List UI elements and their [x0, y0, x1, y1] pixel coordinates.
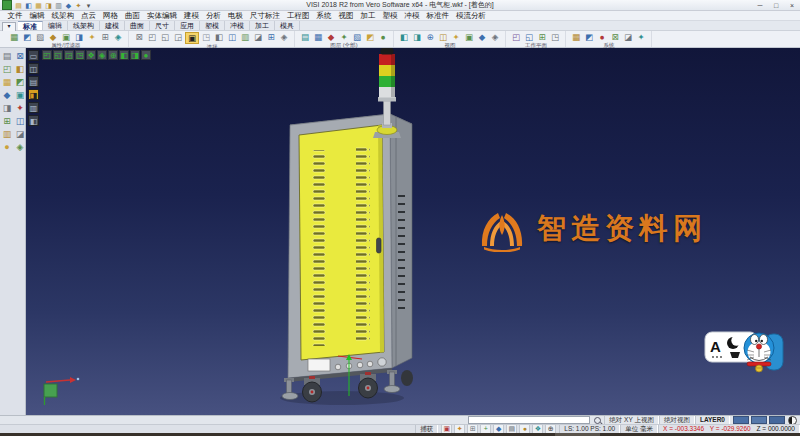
toolbar-icon[interactable]: ⊕ — [424, 32, 436, 42]
ribbon-tab[interactable]: 模具 — [275, 21, 300, 30]
status-command-input[interactable] — [468, 416, 590, 424]
toolbar-icon[interactable]: ▣ — [463, 32, 475, 42]
toolbar-icon[interactable]: ▧ — [351, 32, 363, 42]
toolbar-icon[interactable]: ◲ — [172, 32, 184, 42]
view-orientation-icon[interactable]: ◲ — [64, 50, 74, 60]
toolbar-icon[interactable]: ⊠ — [609, 32, 621, 42]
close-button[interactable]: × — [784, 0, 800, 11]
toolbar-icon[interactable]: ◧ — [398, 32, 410, 42]
mini-toolbar-icon[interactable]: ◨ — [28, 89, 39, 100]
minimize-button[interactable]: ─ — [752, 0, 768, 11]
view-orientation-icon[interactable]: ◰ — [42, 50, 52, 60]
active-layer-label[interactable]: LAYER0 — [695, 416, 730, 424]
dock-tool-icon[interactable]: ◩ — [14, 76, 26, 88]
dock-tool-icon[interactable]: ▣ — [14, 89, 26, 101]
search-icon[interactable] — [594, 417, 601, 424]
toolbar-icon[interactable]: ▦ — [312, 32, 324, 42]
toolbar-icon[interactable]: ◰ — [510, 32, 522, 42]
view-orientation-icon[interactable]: ◳ — [75, 50, 85, 60]
dock-tool-icon[interactable]: ▤ — [1, 50, 13, 62]
dock-tool-icon[interactable]: ● — [1, 141, 13, 153]
view-orientation-icon[interactable]: ◱ — [53, 50, 63, 60]
menu-item[interactable]: 视图 — [335, 11, 357, 21]
ribbon-tab[interactable]: 曲面 — [125, 21, 150, 30]
toolbar-icon[interactable]: ◳ — [549, 32, 561, 42]
toolbar-icon[interactable]: ⊞ — [536, 32, 548, 42]
dock-tool-icon[interactable]: ◪ — [14, 128, 26, 140]
toolbar-icon[interactable]: ● — [377, 32, 389, 42]
menu-item[interactable]: 标准件 — [423, 11, 453, 21]
mini-toolbar-icon[interactable]: ◫ — [28, 63, 39, 74]
menu-item[interactable]: 冲模 — [401, 11, 423, 21]
toolbar-icon[interactable]: ◈ — [278, 32, 290, 42]
units-label[interactable]: 单位 毫米 — [620, 425, 658, 433]
menu-item[interactable]: 分析 — [203, 11, 225, 21]
mini-toolbar-icon[interactable]: ▤ — [28, 76, 39, 87]
menu-item[interactable]: 塑模 — [379, 11, 401, 21]
layer-color-swatch[interactable] — [751, 416, 767, 424]
toolbar-icon[interactable]: ● — [596, 32, 608, 42]
toolbar-icon[interactable]: ◈ — [489, 32, 501, 42]
menu-item[interactable]: 系统 — [313, 11, 335, 21]
quick-access-icon[interactable]: ◆ — [64, 1, 73, 10]
toolbar-icon[interactable]: ◱ — [523, 32, 535, 42]
coordinate-mode-label[interactable]: 绝对视图 — [659, 416, 695, 424]
view-orientation-icon[interactable]: ◨ — [130, 50, 140, 60]
ribbon-tab[interactable]: 编辑 — [43, 21, 68, 30]
toolbar-icon[interactable]: ◩ — [21, 32, 33, 42]
toolbar-icon[interactable]: ◆ — [47, 32, 59, 42]
ime-mode-letter[interactable]: A — [710, 338, 721, 355]
toolbar-icon[interactable]: ◰ — [146, 32, 158, 42]
toolbar-icon[interactable]: ✦ — [338, 32, 350, 42]
view-orientation-icon[interactable]: ❖ — [86, 50, 96, 60]
3d-viewport[interactable]: ▭◫▤◨▥◧ ◰◱◲◳❖◈⊕◧◨● — [26, 48, 800, 415]
dock-tool-icon[interactable]: ◆ — [1, 89, 13, 101]
toolbar-icon[interactable]: ◩ — [364, 32, 376, 42]
cabinet-model[interactable] — [270, 48, 440, 413]
toolbar-icon[interactable]: ▧ — [34, 32, 46, 42]
input-method-widget[interactable]: A — [703, 326, 785, 376]
dock-tool-icon[interactable]: ◰ — [1, 63, 13, 75]
toolbar-icon[interactable]: ◪ — [622, 32, 634, 42]
toolbar-icon[interactable]: ◪ — [252, 32, 264, 42]
toolbar-icon[interactable]: ✦ — [450, 32, 462, 42]
ribbon-tab[interactable]: 应用 — [175, 21, 200, 30]
quick-access-icon[interactable]: ▦ — [34, 1, 43, 10]
toolbar-icon[interactable]: ⊞ — [99, 32, 111, 42]
menu-item[interactable]: 加工 — [357, 11, 379, 21]
menu-item[interactable]: 网格 — [100, 11, 122, 21]
toolbar-icon[interactable]: ▦ — [8, 32, 20, 42]
dock-tool-icon[interactable]: ⊞ — [1, 115, 13, 127]
ribbon-tab[interactable]: 冲模 — [225, 21, 250, 30]
toolbar-icon[interactable]: ▤ — [299, 32, 311, 42]
menu-item[interactable]: 工程图 — [284, 11, 314, 21]
menu-item[interactable]: 建模 — [181, 11, 203, 21]
toolbar-icon[interactable]: ◆ — [325, 32, 337, 42]
view-orientation-icon[interactable]: ◈ — [97, 50, 107, 60]
quick-access-icon[interactable]: ▾ — [84, 1, 93, 10]
dock-tool-icon[interactable]: ◨ — [1, 102, 13, 114]
toolbar-icon[interactable]: ▦ — [570, 32, 582, 42]
dock-tool-icon[interactable]: ✦ — [14, 102, 26, 114]
toolbar-icon[interactable]: ◳ — [200, 32, 212, 42]
quick-access-icon[interactable]: ▤ — [14, 1, 23, 10]
dock-tool-icon[interactable]: ▦ — [1, 76, 13, 88]
menu-item[interactable]: 尺寸标注 — [247, 11, 284, 21]
snap-label[interactable]: 捕获 — [415, 425, 438, 433]
menu-item[interactable]: 线架构 — [48, 11, 78, 21]
dock-tool-icon[interactable]: ◧ — [14, 63, 26, 75]
layer-color-swatch[interactable] — [769, 416, 785, 424]
menu-item[interactable]: 文件 — [4, 11, 26, 21]
dock-tool-icon[interactable]: ◈ — [14, 141, 26, 153]
menu-item[interactable]: 电极 — [225, 11, 247, 21]
ribbon-tab[interactable]: 标准 — [18, 21, 43, 30]
toolbar-icon[interactable]: ▣ — [60, 32, 72, 42]
mini-toolbar-icon[interactable]: ◧ — [28, 115, 39, 126]
dock-tool-icon[interactable]: ◫ — [14, 115, 26, 127]
toolbar-icon[interactable]: ⊠ — [133, 32, 145, 42]
menu-item[interactable]: 模流分析 — [453, 11, 490, 21]
menu-item[interactable]: 编辑 — [26, 11, 48, 21]
menu-item[interactable]: 曲面 — [122, 11, 144, 21]
maximize-button[interactable]: □ — [768, 0, 784, 11]
toolbar-icon[interactable]: ◱ — [159, 32, 171, 42]
